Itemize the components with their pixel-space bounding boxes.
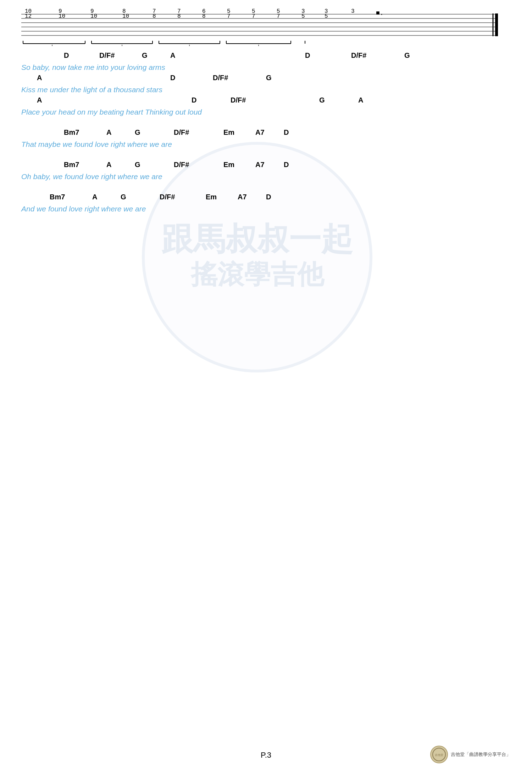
svg-text:10: 10: [90, 13, 97, 20]
chords-row-3: A D D/F# G A: [21, 96, 511, 107]
lyric-place-your-head: Place your head on my beating heart Thin…: [21, 108, 511, 118]
chord-A1: A: [170, 51, 175, 60]
lyric-kiss-me: Kiss me under the light of a thousand st…: [21, 85, 511, 95]
svg-text:,: ,: [258, 40, 259, 46]
svg-text:5: 5: [325, 13, 328, 20]
svg-text:7: 7: [277, 13, 280, 20]
lyric-so-baby: So baby, now take me into your loving ar…: [21, 63, 511, 73]
chord-A-s2: A: [106, 128, 111, 137]
chord-DF-s3: D/F#: [174, 161, 189, 169]
chords-row-1: D D/F# G A D D/F# G: [21, 51, 511, 62]
chord-G-s4: G: [121, 193, 126, 201]
chord-D-s3: D: [284, 161, 289, 169]
svg-text:12: 12: [25, 13, 32, 20]
lyric-that-maybe: That maybe we found love right where we …: [21, 140, 511, 150]
chord-D-s2: D: [284, 128, 289, 137]
chord-DF2: D/F#: [351, 51, 366, 60]
chords-row-2: A D D/F# G: [21, 74, 511, 84]
svg-text:吉他堂: 吉他堂: [435, 753, 443, 757]
chords-row-s2: Bm7 A G D/F# Em A7 D: [21, 128, 511, 139]
footer-logo-area: 吉他堂 吉他堂「曲譜教學分享平台」: [430, 746, 511, 763]
svg-text:7: 7: [252, 13, 255, 20]
watermark-text1: 跟馬叔叔一起: [161, 222, 353, 257]
tab-notation: 10 12 9 10 9 10 8 10 7 8 7 8 6 8 5 7 5: [21, 7, 511, 48]
lyric-and-we-found: And we found love right where we are: [21, 205, 511, 215]
chord-G-s2: G: [135, 128, 140, 137]
chord-DF-row2: D/F#: [213, 74, 228, 82]
chord-G-row3: G: [319, 96, 325, 104]
svg-text:■.: ■.: [376, 10, 384, 17]
chord-DF-s4: D/F#: [160, 193, 175, 201]
svg-text:,: ,: [51, 40, 53, 46]
chord-DF-s2: D/F#: [174, 128, 189, 137]
footer-logo-circle: 吉他堂: [430, 746, 448, 763]
footer-logo-text: 吉他堂「曲譜教學分享平台」: [451, 751, 511, 758]
chord-G1: G: [142, 51, 148, 60]
chord-D-row2: D: [170, 74, 175, 82]
chord-G-s3: G: [135, 161, 140, 169]
chord-G2: G: [404, 51, 410, 60]
chord-Em-s3: Em: [223, 161, 234, 169]
svg-text:10: 10: [59, 13, 65, 20]
chord-A7-s3: A7: [255, 161, 265, 169]
svg-text:,: ,: [189, 40, 190, 46]
chord-Bm7-s3: Bm7: [64, 161, 79, 169]
page-content: 10 12 9 10 9 10 8 10 7 8 7 8 6 8 5 7 5: [0, 0, 532, 232]
svg-text:8: 8: [153, 13, 156, 20]
svg-text:7: 7: [227, 13, 231, 20]
chord-D-s4: D: [266, 193, 271, 201]
chord-D-row3: D: [192, 96, 196, 104]
section-4: Bm7 A G D/F# Em A7 D And we found love r…: [21, 193, 511, 215]
chord-Bm7-s4: Bm7: [50, 193, 65, 201]
page-number: P.3: [261, 751, 271, 760]
chord-Em-s2: Em: [223, 128, 234, 137]
section-2: Bm7 A G D/F# Em A7 D That maybe we found…: [21, 128, 511, 150]
svg-text:10: 10: [122, 13, 129, 20]
section-3: Bm7 A G D/F# Em A7 D Oh baby, we found l…: [21, 161, 511, 182]
chords-row-s4: Bm7 A G D/F# Em A7 D: [21, 193, 511, 204]
chord-DF1: D/F#: [99, 51, 115, 60]
lyric-oh-baby: Oh baby, we found love right where we ar…: [21, 172, 511, 182]
svg-text:5: 5: [301, 13, 305, 20]
chords-row-s3: Bm7 A G D/F# Em A7 D: [21, 161, 511, 171]
chord-D2: D: [305, 51, 310, 60]
svg-text:,: ,: [121, 40, 123, 46]
chord-D1: D: [64, 51, 69, 60]
chord-G-row2: G: [266, 74, 272, 82]
chord-A-row2: A: [37, 74, 42, 82]
chord-A-s4: A: [92, 193, 97, 201]
chord-A-s3: A: [106, 161, 111, 169]
chord-Em-s4: Em: [206, 193, 217, 201]
chord-A-row3b: A: [358, 96, 363, 104]
chord-A7-s4: A7: [238, 193, 247, 201]
chord-DF-row3: D/F#: [231, 96, 246, 104]
chord-A7-s2: A7: [255, 128, 265, 137]
section-1: D D/F# G A D D/F# G So baby, now take me…: [21, 51, 511, 118]
svg-text:8: 8: [202, 13, 206, 20]
chord-A-row3: A: [37, 96, 42, 104]
chord-Bm7-s2: Bm7: [64, 128, 79, 137]
svg-text:8: 8: [177, 13, 181, 20]
svg-text:3: 3: [351, 8, 355, 15]
watermark-text2: 搖滾學吉他: [191, 257, 324, 293]
